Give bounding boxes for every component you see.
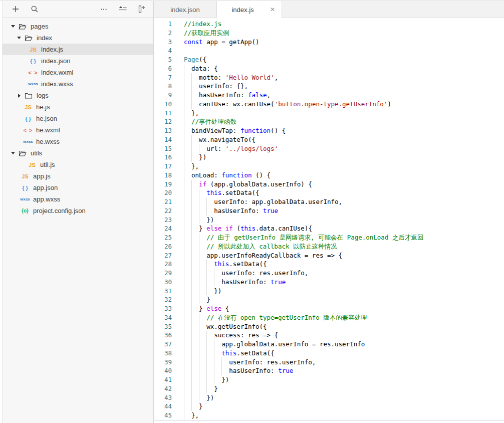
code-line[interactable]: 44 } <box>154 402 504 411</box>
tab-index.js[interactable]: index.js✕ <box>216 1 282 18</box>
tree-file-app.json[interactable]: { }app.json <box>3 182 153 193</box>
line-number[interactable]: 44 <box>154 402 172 411</box>
line-number[interactable]: 26 <box>154 242 172 251</box>
line-number[interactable]: 22 <box>154 206 172 216</box>
code-line[interactable]: 40 hasUserInfo: true <box>154 366 504 375</box>
code-line[interactable]: 19 if (app.globalData.userInfo) { <box>154 180 504 189</box>
line-number[interactable]: 36 <box>154 331 172 340</box>
line-number[interactable]: 43 <box>154 393 172 402</box>
line-number[interactable]: 33 <box>154 304 172 313</box>
line-number[interactable]: 13 <box>154 126 172 135</box>
chevron-right-icon[interactable] <box>17 94 22 98</box>
code-line[interactable]: 34 // 在没有 open-type=getUserInfo 版本的兼容处理 <box>154 313 504 322</box>
code-line[interactable]: 38 this.setData({ <box>154 349 504 358</box>
line-number[interactable]: 37 <box>154 340 172 349</box>
code-line[interactable]: 21 userInfo: app.globalData.userInfo, <box>154 197 504 206</box>
line-number[interactable]: 23 <box>154 216 172 225</box>
tree-file-app.js[interactable]: JSapp.js <box>3 170 153 182</box>
code-line[interactable]: 26 // 所以此处加入 callback 以防止这种情况 <box>154 242 504 251</box>
line-number[interactable]: 27 <box>154 251 172 260</box>
code-line[interactable]: 36 success: res => { <box>154 331 504 340</box>
code-line[interactable]: 15 url: '../logs/logs' <box>154 144 504 153</box>
code-line[interactable]: 41 }) <box>154 375 504 384</box>
chevron-down-icon[interactable] <box>11 152 16 154</box>
line-number[interactable]: 41 <box>154 375 172 384</box>
line-number[interactable]: 32 <box>154 295 172 304</box>
more-options-button[interactable] <box>100 5 108 13</box>
line-number[interactable]: 12 <box>154 117 172 126</box>
code-line[interactable]: 32 } <box>154 295 504 304</box>
code-line[interactable]: 6 data: { <box>154 64 504 73</box>
line-number[interactable]: 29 <box>154 269 172 278</box>
line-number[interactable]: 30 <box>154 278 172 287</box>
sort-files-button[interactable] <box>119 5 127 13</box>
line-number[interactable]: 3 <box>154 38 172 47</box>
collapse-panel-button[interactable] <box>138 5 146 13</box>
code-line[interactable]: 2//获取应用实例 <box>154 29 504 38</box>
search-button[interactable] <box>31 5 39 13</box>
code-line[interactable]: 42 } <box>154 384 504 393</box>
code-line[interactable]: 27 app.userInfoReadyCallback = res => { <box>154 251 504 260</box>
code-line[interactable]: 3const app = getApp() <box>154 38 504 47</box>
code-line[interactable]: 11 }, <box>154 109 504 118</box>
code-line[interactable]: 18 onLoad: function () { <box>154 171 504 180</box>
tree-file-app.wxss[interactable]: wxssapp.wxss <box>3 193 153 205</box>
line-number[interactable]: 24 <box>154 224 172 233</box>
code-line[interactable]: 39 userInfo: res.userInfo, <box>154 358 504 367</box>
line-number[interactable]: 20 <box>154 188 172 197</box>
tree-folder-index[interactable]: index <box>3 32 153 44</box>
code-line[interactable]: 13 bindViewTap: function() { <box>154 126 504 135</box>
line-number[interactable]: 25 <box>154 233 172 242</box>
line-number[interactable]: 11 <box>154 109 172 118</box>
code-line[interactable]: 22 hasUserInfo: true <box>154 206 504 216</box>
code-line[interactable]: 14 wx.navigateTo({ <box>154 135 504 144</box>
line-number[interactable]: 21 <box>154 197 172 206</box>
code-line[interactable]: 1//index.js <box>154 20 504 29</box>
line-number[interactable]: 6 <box>154 64 172 73</box>
tree-folder-utils[interactable]: utils <box>3 147 153 159</box>
line-number[interactable]: 17 <box>154 162 172 171</box>
line-number[interactable]: 8 <box>154 82 172 91</box>
chevron-down-icon[interactable] <box>11 25 16 28</box>
line-number[interactable]: 42 <box>154 384 172 393</box>
code-line[interactable]: 33 } else { <box>154 304 504 313</box>
code-editor[interactable]: 1//index.js2//获取应用实例3const app = getApp(… <box>154 18 504 423</box>
tree-file-index.wxss[interactable]: wxssindex.wxss <box>3 78 153 90</box>
line-number[interactable]: 34 <box>154 313 172 322</box>
code-line[interactable]: 10 canIUse: wx.canIUse('button.open-type… <box>154 100 504 109</box>
tab-close-icon[interactable]: ✕ <box>269 6 277 14</box>
line-number[interactable]: 10 <box>154 100 172 109</box>
code-line[interactable]: 31 }) <box>154 287 504 296</box>
code-line[interactable]: 17 }, <box>154 162 504 171</box>
code-line[interactable]: 23 }) <box>154 216 504 225</box>
line-number[interactable]: 31 <box>154 287 172 296</box>
line-number[interactable]: 35 <box>154 322 172 331</box>
code-line[interactable]: 5Page({ <box>154 55 504 64</box>
code-line[interactable]: 7 motto: 'Hello World', <box>154 73 504 82</box>
line-number[interactable]: 45 <box>154 411 172 420</box>
tree-file-he.js[interactable]: JShe.js <box>3 101 153 113</box>
code-line[interactable]: 30 hasUserInfo: true <box>154 278 504 287</box>
line-number[interactable]: 28 <box>154 260 172 269</box>
tree-file-he.wxss[interactable]: wxsshe.wxss <box>3 136 153 147</box>
tree-folder-logs[interactable]: logs <box>3 90 153 101</box>
code-line[interactable]: 16 }) <box>154 153 504 162</box>
code-line[interactable]: 43 }) <box>154 393 504 402</box>
line-number[interactable]: 38 <box>154 349 172 358</box>
line-number[interactable]: 40 <box>154 366 172 375</box>
line-number[interactable]: 4 <box>154 46 172 55</box>
line-number[interactable]: 9 <box>154 91 172 100</box>
code-line[interactable]: 20 this.setData({ <box>154 188 504 197</box>
add-file-button[interactable] <box>12 5 20 13</box>
tree-file-he.json[interactable]: { }he.json <box>3 113 153 124</box>
code-line[interactable]: 9 hasUserInfo: false, <box>154 91 504 100</box>
code-line[interactable]: 28 this.setData({ <box>154 260 504 269</box>
code-line[interactable]: 29 userInfo: res.userInfo, <box>154 269 504 278</box>
line-number[interactable]: 7 <box>154 73 172 82</box>
tree-file-he.wxml[interactable]: < >he.wxml <box>3 124 153 136</box>
tree-file-index.wxml[interactable]: < >index.wxml <box>3 67 153 78</box>
code-line[interactable]: 45 }, <box>154 411 504 420</box>
code-line[interactable]: 12 //事件处理函数 <box>154 117 504 126</box>
line-number[interactable]: 19 <box>154 180 172 189</box>
tree-file-index.json[interactable]: { }index.json <box>3 55 153 67</box>
